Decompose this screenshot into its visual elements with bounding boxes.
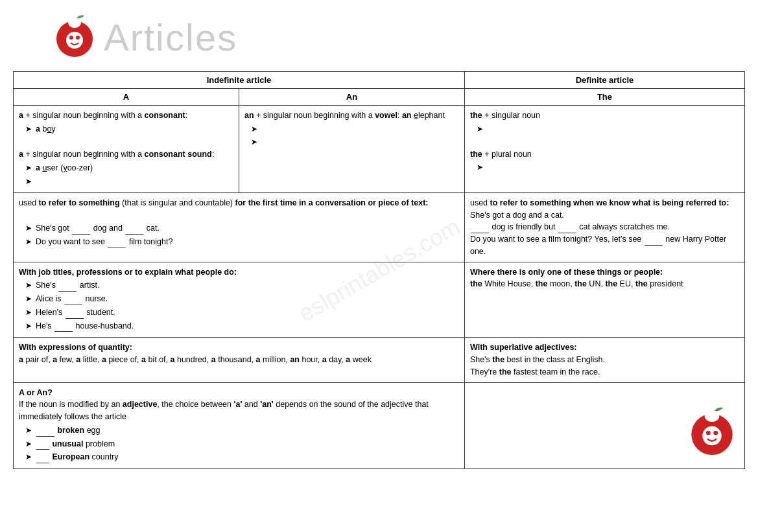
a-or-an-example-2: ➤ unusual problem bbox=[19, 438, 459, 450]
an-example-1: ➤ bbox=[244, 123, 459, 135]
arrow-icon-8: ➤ bbox=[25, 222, 32, 234]
cell-indefinite-quantity: With expressions of quantity: a pair of,… bbox=[14, 338, 465, 382]
a-or-an-rule: If the noun is modified by an adjective,… bbox=[19, 399, 459, 423]
jobs-example-2: ➤ Alice is nurse. bbox=[19, 293, 459, 305]
cell-a-basics: a + singular noun beginning with a conso… bbox=[14, 106, 239, 193]
superlative-example-1: She's the best in the class at English. bbox=[470, 354, 739, 366]
firsttime-example-2: ➤ Do you want to see film tonight? bbox=[19, 236, 459, 248]
svg-point-8 bbox=[706, 431, 711, 435]
a-or-an-example-3: ➤ European country bbox=[19, 451, 459, 463]
arrow-icon-9: ➤ bbox=[25, 236, 32, 248]
svg-point-2 bbox=[66, 32, 83, 49]
the-rule-1: the + singular noun bbox=[470, 110, 739, 122]
svg-point-3 bbox=[69, 36, 73, 40]
arrow-icon-13: ➤ bbox=[25, 320, 32, 332]
table-row-4: With expressions of quantity: a pair of,… bbox=[14, 338, 745, 382]
arrow-icon-10: ➤ bbox=[25, 279, 32, 291]
a-or-an-example-1: ➤ broken egg bbox=[19, 424, 459, 437]
quantity-examples: a pair of, a few, a little, a piece of, … bbox=[19, 354, 459, 366]
cell-indefinite-jobs: With job titles, professions or to expla… bbox=[14, 262, 465, 338]
firsttime-example-1: ➤ She's got dog and cat. bbox=[19, 222, 459, 235]
the-unique-examples: the White House, the moon, the UN, the E… bbox=[470, 278, 739, 290]
a-or-an-title: A or An? bbox=[19, 387, 459, 399]
a-example-3: ➤ bbox=[19, 176, 233, 187]
svg-point-7 bbox=[702, 426, 721, 445]
main-content: Indefinite article Definite article A An… bbox=[13, 71, 745, 469]
arrow-icon-3: ➤ bbox=[25, 176, 32, 187]
cell-the-reference: used to refer to something when we know … bbox=[464, 192, 744, 262]
articles-table: Indefinite article Definite article A An… bbox=[13, 71, 745, 469]
a-example-1: ➤ a boy bbox=[19, 123, 233, 135]
jobs-example-1: ➤ She's artist. bbox=[19, 279, 459, 292]
table-row-5: A or An? If the noun is modified by an a… bbox=[14, 382, 745, 469]
apple-icon bbox=[52, 13, 97, 62]
indefinite-article-header: Indefinite article bbox=[14, 72, 465, 89]
arrow-icon-16: ➤ bbox=[25, 451, 32, 463]
a-rule-1: a + singular noun beginning with a conso… bbox=[19, 110, 233, 122]
svg-point-1 bbox=[68, 17, 81, 28]
a-rule-2: a + singular noun beginning with a conso… bbox=[19, 148, 233, 161]
page-header: Articles bbox=[13, 6, 745, 71]
jobs-example-4: ➤ He's house-husband. bbox=[19, 320, 459, 332]
definite-article-header: Definite article bbox=[464, 72, 744, 89]
an-example-2: ➤ bbox=[244, 136, 459, 148]
table-row-2: used to refer to something (that is sing… bbox=[14, 192, 745, 262]
the-rule-2: the + plural noun bbox=[470, 148, 739, 161]
cell-the-superlative: With superlative adjectives: She's the b… bbox=[464, 338, 744, 382]
arrow-icon-2: ➤ bbox=[25, 162, 32, 174]
cell-a-or-an: A or An? If the noun is modified by an a… bbox=[14, 382, 465, 469]
arrow-icon-6: ➤ bbox=[477, 123, 483, 135]
page-title: Articles bbox=[104, 19, 237, 56]
svg-point-6 bbox=[705, 410, 720, 422]
jobs-intro: With job titles, professions or to expla… bbox=[19, 266, 459, 279]
cell-bottom-apple bbox=[464, 382, 744, 469]
arrow-icon-7: ➤ bbox=[477, 161, 483, 173]
arrow-icon-11: ➤ bbox=[25, 293, 32, 305]
arrow-icon-4: ➤ bbox=[251, 123, 257, 135]
the-arrow-2: ➤ bbox=[470, 161, 739, 173]
superlative-intro: With superlative adjectives: bbox=[470, 341, 739, 354]
arrow-icon-15: ➤ bbox=[25, 438, 32, 450]
the-unique-intro: Where there is only one of these things … bbox=[470, 266, 739, 279]
table-header-row2: A An The bbox=[14, 89, 745, 106]
the-reference-intro: used to refer to something when we know … bbox=[470, 197, 739, 209]
a-example-2: ➤ a user (yoo-zer) bbox=[19, 162, 233, 174]
an-rule-1: an + singular noun beginning with a vowe… bbox=[244, 110, 459, 122]
arrow-icon-12: ➤ bbox=[25, 306, 32, 318]
svg-point-4 bbox=[76, 36, 80, 40]
arrow-icon-14: ➤ bbox=[25, 424, 32, 436]
arrow-icon-1: ➤ bbox=[25, 123, 32, 135]
the-reference-1: She's got a dog and a cat. bbox=[470, 209, 739, 222]
table-row-1: a + singular noun beginning with a conso… bbox=[14, 106, 745, 193]
col-the-header: The bbox=[464, 89, 744, 106]
the-reference-2: dog is friendly but cat always scratches… bbox=[470, 221, 739, 233]
table-row-3: With job titles, professions or to expla… bbox=[14, 262, 745, 338]
arrow-icon-5: ➤ bbox=[251, 136, 257, 148]
the-reference-3: Do you want to see a film tonight? Yes, … bbox=[470, 233, 739, 258]
cell-indefinite-firsttime: used to refer to something (that is sing… bbox=[14, 192, 465, 262]
cell-the-unique: Where there is only one of these things … bbox=[464, 262, 744, 338]
cell-an-basics: an + singular noun beginning with a vowe… bbox=[239, 106, 464, 193]
bottom-apple-icon bbox=[686, 405, 738, 460]
superlative-example-2: They're the fastest team in the race. bbox=[470, 366, 739, 378]
table-header-row1: Indefinite article Definite article bbox=[14, 72, 745, 89]
jobs-example-3: ➤ Helen's student. bbox=[19, 306, 459, 319]
col-a-header: A bbox=[14, 89, 239, 106]
cell-the-basics: the + singular noun ➤ the + plural noun … bbox=[464, 106, 744, 193]
col-an-header: An bbox=[239, 89, 464, 106]
indefinite-firsttime-intro: used to refer to something (that is sing… bbox=[19, 197, 459, 209]
the-arrow-1: ➤ bbox=[470, 123, 739, 135]
svg-point-9 bbox=[713, 431, 718, 435]
quantity-intro: With expressions of quantity: bbox=[19, 341, 459, 354]
